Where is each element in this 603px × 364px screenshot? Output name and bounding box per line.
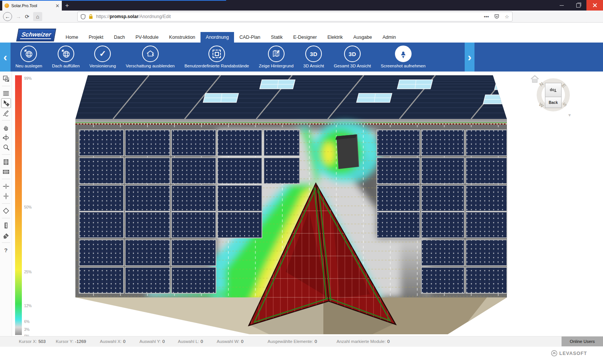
pv-module[interactable] bbox=[79, 212, 124, 238]
pv-module[interactable] bbox=[79, 267, 124, 293]
eraser-tool[interactable] bbox=[1, 230, 11, 240]
menu-item-pv-module[interactable]: PV-Module bbox=[130, 32, 164, 43]
measure-ruler-tool[interactable] bbox=[1, 221, 11, 230]
pv-module[interactable] bbox=[79, 240, 124, 266]
pv-module[interactable] bbox=[421, 267, 464, 293]
menu-item-e-designer[interactable]: E-Designer bbox=[288, 32, 322, 43]
online-users-button[interactable]: Online Users bbox=[562, 337, 603, 347]
verschattung-ausblenden-button[interactable]: Verschattung ausblenden bbox=[121, 43, 180, 68]
design-canvas[interactable]: ? 99%50%25%12%6%3%0% N E S W Top Back ▾ bbox=[0, 72, 603, 336]
gesamt-3d-ansicht-button[interactable]: 3D Gesamt 3D Ansicht bbox=[329, 43, 376, 68]
page-actions-icon[interactable]: ••• bbox=[484, 14, 489, 20]
move-select-tool[interactable] bbox=[1, 98, 11, 108]
skylight[interactable] bbox=[494, 81, 530, 90]
module-grid-tool[interactable] bbox=[1, 157, 11, 167]
diamond-shape-tool[interactable] bbox=[1, 206, 11, 216]
back-button[interactable]: ← bbox=[3, 12, 12, 21]
align-vertical-tool[interactable] bbox=[1, 191, 11, 201]
url-bar[interactable]: https://promsp.solar/Anordnung/Edit ••• … bbox=[77, 12, 513, 21]
forward-button[interactable]: → bbox=[16, 14, 21, 20]
skylight[interactable] bbox=[357, 93, 392, 102]
pv-module[interactable] bbox=[125, 185, 170, 211]
pv-module[interactable] bbox=[171, 212, 216, 238]
chevron-down-icon[interactable]: ▾ bbox=[568, 112, 571, 118]
menu-item-konstruktion[interactable]: Konstruktion bbox=[164, 32, 200, 43]
pv-module[interactable] bbox=[264, 158, 300, 184]
layers-tool[interactable] bbox=[1, 88, 11, 98]
chimney[interactable] bbox=[335, 134, 359, 169]
pv-module[interactable] bbox=[466, 240, 507, 266]
versionierung-button[interactable]: ✓ Versionierung bbox=[84, 43, 121, 68]
select-area-tool[interactable] bbox=[1, 74, 11, 84]
view-cube[interactable]: Top Back bbox=[545, 83, 562, 108]
pv-module[interactable] bbox=[125, 212, 170, 238]
skylight[interactable] bbox=[260, 80, 295, 89]
browser-tab[interactable]: Solar.Pro.Tool ✕ bbox=[2, 1, 62, 11]
close-button[interactable] bbox=[586, 0, 603, 11]
pv-module[interactable] bbox=[466, 185, 507, 211]
menu-item-ausgabe[interactable]: Ausgabe bbox=[348, 32, 377, 43]
pv-module[interactable] bbox=[377, 130, 420, 156]
pv-module[interactable] bbox=[79, 130, 124, 156]
menu-item-statik[interactable]: Statik bbox=[266, 32, 288, 43]
zeige-hintergrund-button[interactable]: Zeige Hintergrund bbox=[254, 43, 298, 68]
view-cube-back[interactable]: Back bbox=[545, 97, 562, 108]
rotate-tool[interactable] bbox=[1, 133, 11, 142]
skylight[interactable] bbox=[483, 95, 519, 104]
zoom-tool[interactable] bbox=[1, 142, 11, 152]
view-cube-top[interactable]: Top bbox=[545, 83, 562, 97]
pv-module[interactable] bbox=[171, 240, 216, 266]
help-button[interactable]: ? bbox=[1, 245, 11, 255]
menu-item-anordnung[interactable]: Anordnung bbox=[200, 32, 234, 43]
pocket-icon[interactable] bbox=[494, 14, 499, 19]
pv-module[interactable] bbox=[217, 130, 262, 156]
skylight[interactable] bbox=[203, 93, 239, 102]
skylight[interactable] bbox=[397, 80, 433, 89]
pv-module[interactable] bbox=[421, 240, 464, 266]
pv-module[interactable] bbox=[171, 130, 216, 156]
3d-ansicht-button[interactable]: 3D 3D Ansicht bbox=[298, 43, 329, 68]
lock-icon[interactable] bbox=[89, 14, 93, 20]
pv-module[interactable] bbox=[264, 130, 300, 156]
pv-module[interactable] bbox=[421, 130, 464, 156]
orientation-compass[interactable]: N E S W Top Back bbox=[537, 78, 570, 111]
pv-module[interactable] bbox=[217, 185, 262, 211]
tracking-shield-icon[interactable] bbox=[81, 14, 86, 20]
pv-module[interactable] bbox=[79, 158, 124, 184]
pv-module[interactable] bbox=[466, 158, 507, 184]
draw-tool[interactable] bbox=[1, 108, 11, 118]
pv-module[interactable] bbox=[125, 130, 170, 156]
menu-item-home[interactable]: Home bbox=[60, 32, 83, 43]
pv-module[interactable] bbox=[421, 158, 464, 184]
pv-module[interactable] bbox=[217, 158, 262, 184]
minimize-button[interactable] bbox=[553, 0, 570, 11]
module-grid-wide-tool[interactable] bbox=[1, 167, 11, 177]
pv-module[interactable] bbox=[377, 212, 420, 238]
bookmark-star-icon[interactable]: ☆ bbox=[505, 14, 509, 20]
screenshot-button[interactable]: Screenshot aufnehmen bbox=[376, 43, 430, 68]
tab-close-icon[interactable]: ✕ bbox=[55, 3, 60, 8]
pv-module[interactable] bbox=[377, 185, 420, 211]
home-button[interactable]: ⌂ bbox=[33, 12, 42, 21]
dach-auffuellen-button[interactable]: Dach auffüllen bbox=[47, 43, 84, 68]
pv-module[interactable] bbox=[466, 130, 507, 156]
pv-module[interactable] bbox=[125, 240, 170, 266]
menu-item-cad-plan[interactable]: CAD-Plan bbox=[234, 32, 266, 43]
pv-module[interactable] bbox=[421, 185, 464, 211]
restore-button[interactable] bbox=[570, 0, 586, 11]
pv-module[interactable] bbox=[217, 212, 262, 238]
pv-module[interactable] bbox=[125, 158, 170, 184]
pv-module[interactable] bbox=[171, 185, 216, 211]
pv-module[interactable] bbox=[377, 158, 420, 184]
pv-module[interactable] bbox=[171, 158, 216, 184]
pv-module[interactable] bbox=[421, 212, 464, 238]
pan-hand-tool[interactable] bbox=[1, 123, 11, 133]
menu-item-projekt[interactable]: Projekt bbox=[83, 32, 109, 43]
toolbar-scroll-right[interactable]: › bbox=[465, 43, 474, 72]
pv-module[interactable] bbox=[125, 267, 170, 293]
menu-item-elektrik[interactable]: Elektrik bbox=[322, 32, 348, 43]
pv-module[interactable] bbox=[171, 267, 216, 293]
randabstaende-button[interactable]: Benutzerdefinierte Randabstände bbox=[179, 43, 254, 68]
toolbar-scroll-left[interactable]: ‹ bbox=[0, 43, 11, 72]
neu-auslegen-button[interactable]: Neu auslegen bbox=[11, 43, 47, 68]
